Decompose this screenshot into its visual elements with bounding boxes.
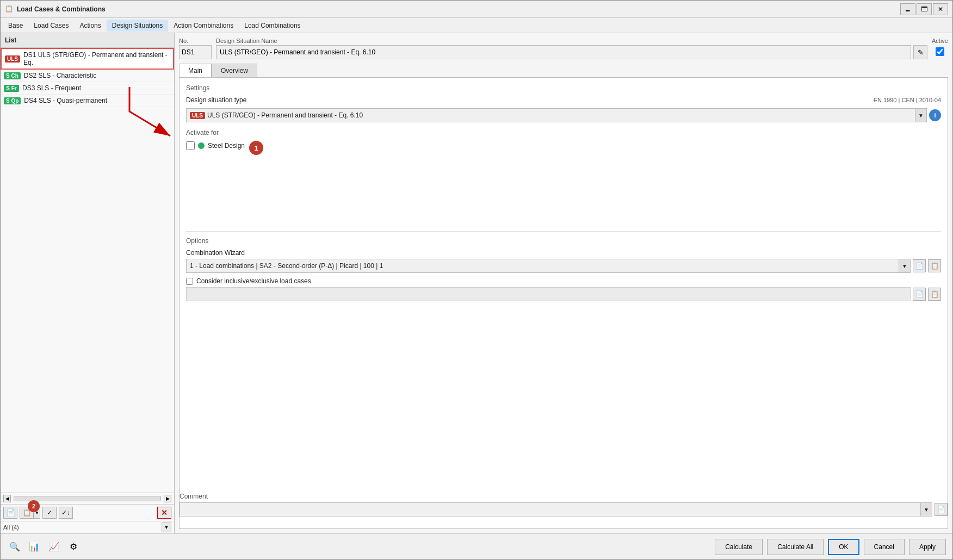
left-toolbar: 📄 📋 ▼ 2 ✓ ✓↓ ✕ bbox=[1, 504, 174, 521]
bottom-icons: 🔍 📊 📈 ⚙ bbox=[7, 539, 710, 555]
comment-title: Comment bbox=[180, 493, 948, 500]
tabs: Main Overview bbox=[179, 64, 948, 77]
design-type-chevron[interactable]: ▼ bbox=[915, 108, 927, 122]
menu-actions[interactable]: Actions bbox=[74, 20, 106, 32]
app-icon: 📋 bbox=[5, 5, 14, 14]
title-bar: 📋 Load Cases & Combinations 🗕 🗖 ✕ bbox=[1, 1, 952, 18]
sfr-badge: S Fr bbox=[4, 85, 19, 92]
design-situation-type-row: Design situation type EN 1990 | CEN | 20… bbox=[186, 96, 941, 104]
close-button[interactable]: ✕ bbox=[933, 3, 948, 15]
design-type-value: ULS (STR/GEO) - Permanent and transient … bbox=[207, 111, 363, 119]
comment-section: Comment ▼ 📄 bbox=[180, 493, 948, 517]
bottom-bar: 🔍 📊 📈 ⚙ Calculate Calculate All OK Cance… bbox=[1, 533, 952, 559]
steel-design-activate: Steel Design bbox=[186, 141, 245, 150]
green-dot-icon bbox=[198, 142, 205, 149]
annotation-badge-1: 1 bbox=[249, 141, 263, 155]
menu-action-combinations[interactable]: Action Combinations bbox=[168, 20, 239, 32]
ok-button[interactable]: OK bbox=[828, 539, 859, 555]
sqp-badge: S Qp bbox=[4, 97, 21, 104]
design-type-dropdown-row: ULS ULS (STR/GEO) - Permanent and transi… bbox=[186, 108, 941, 122]
activate-for-title: Activate for bbox=[186, 129, 941, 136]
check-button[interactable]: ✓ bbox=[42, 507, 57, 519]
combination-wizard-chevron[interactable]: ▼ bbox=[899, 259, 911, 273]
left-panel-scroll: ◀ ▶ bbox=[1, 493, 174, 504]
menu-bar: Base Load Cases Actions Design Situation… bbox=[1, 18, 952, 33]
list-item[interactable]: S Qp DS4 SLS - Quasi-permanent bbox=[1, 95, 174, 107]
inclusive-exclusive-combo-row: 📄 📋 bbox=[186, 287, 941, 301]
comment-text[interactable] bbox=[180, 502, 920, 517]
uls-tag: ULS bbox=[190, 112, 205, 119]
list-item-text: DS3 SLS - Frequent bbox=[22, 84, 81, 92]
combination-wizard-text[interactable]: 1 - Load combinations | SA2 - Second-ord… bbox=[186, 259, 899, 273]
settings-section: Settings Design situation type EN 1990 |… bbox=[186, 84, 941, 155]
info-button[interactable]: i bbox=[929, 109, 941, 121]
menu-load-combinations[interactable]: Load Combinations bbox=[239, 20, 306, 32]
design-situation-type-label: Design situation type bbox=[186, 96, 869, 104]
name-input[interactable] bbox=[216, 45, 911, 59]
check2-button[interactable]: ✓↓ bbox=[59, 507, 73, 519]
active-checkbox[interactable] bbox=[936, 47, 944, 56]
steel-design-label: Steel Design bbox=[208, 142, 245, 150]
active-label: Active bbox=[932, 38, 948, 44]
sch-badge: S Ch bbox=[4, 72, 21, 79]
list-item[interactable]: S Fr DS3 SLS - Frequent bbox=[1, 82, 174, 95]
no-input[interactable] bbox=[179, 45, 212, 59]
name-input-row: ✎ bbox=[216, 45, 927, 59]
menu-load-cases[interactable]: Load Cases bbox=[28, 20, 74, 32]
list-item[interactable]: S Ch DS2 SLS - Characteristic bbox=[1, 70, 174, 82]
delete-button[interactable]: ✕ bbox=[157, 507, 171, 519]
minimize-button[interactable]: 🗕 bbox=[900, 3, 915, 15]
inclusive-copy-button[interactable]: 📋 bbox=[928, 288, 941, 301]
annotation-badge-2: 2 bbox=[28, 500, 40, 512]
calculate-all-button[interactable]: Calculate All bbox=[767, 539, 824, 555]
combo-edit-button-1[interactable]: 📄 bbox=[913, 259, 926, 272]
list-area: ULS DS1 ULS (STR/GEO) - Permanent and tr… bbox=[1, 48, 174, 493]
name-group: Design Situation Name ✎ bbox=[216, 38, 927, 59]
edit-name-button[interactable]: ✎ bbox=[913, 45, 927, 59]
list-item-text: DS2 SLS - Characteristic bbox=[24, 72, 96, 79]
combination-wizard-value: 1 - Load combinations | SA2 - Second-ord… bbox=[190, 262, 383, 270]
design-type-combo-text[interactable]: ULS ULS (STR/GEO) - Permanent and transi… bbox=[186, 108, 915, 122]
inclusive-combo bbox=[186, 287, 911, 301]
filter-dropdown-button[interactable]: ▼ bbox=[162, 522, 171, 532]
right-panel: No. Design Situation Name ✎ Active M bbox=[175, 33, 952, 533]
maximize-button[interactable]: 🗖 bbox=[917, 3, 932, 15]
menu-design-situations[interactable]: Design Situations bbox=[107, 20, 168, 32]
search-bottom-button[interactable]: 🔍 bbox=[7, 539, 22, 555]
tab-overview[interactable]: Overview bbox=[212, 64, 257, 77]
inclusive-exclusive-checkbox[interactable] bbox=[186, 278, 193, 285]
scroll-left-button[interactable]: ◀ bbox=[3, 495, 11, 502]
divider-1 bbox=[186, 231, 941, 232]
apply-button[interactable]: Apply bbox=[909, 539, 946, 555]
combo-copy-button-1[interactable]: 📋 bbox=[928, 259, 941, 272]
no-label: No. bbox=[179, 38, 212, 44]
options-title: Options bbox=[186, 237, 941, 245]
inclusive-exclusive-row: Consider inclusive/exclusive load cases bbox=[186, 277, 941, 285]
all-count-label: All (4) bbox=[3, 524, 162, 531]
tab-main[interactable]: Main bbox=[179, 64, 212, 77]
settings-title: Settings bbox=[186, 84, 941, 92]
list-item[interactable]: ULS DS1 ULS (STR/GEO) - Permanent and tr… bbox=[1, 48, 174, 70]
comment-row: ▼ 📄 bbox=[180, 502, 948, 517]
combination-wizard-label-text: Combination Wizard bbox=[186, 249, 941, 257]
table-bottom-button[interactable]: 📊 bbox=[27, 539, 42, 555]
comment-chevron[interactable]: ▼ bbox=[920, 502, 932, 517]
inclusive-edit-button[interactable]: 📄 bbox=[913, 288, 926, 301]
design-type-combo: ULS ULS (STR/GEO) - Permanent and transi… bbox=[186, 108, 927, 122]
window-controls: 🗕 🗖 ✕ bbox=[900, 3, 948, 15]
options-section: Options Combination Wizard 1 - Load comb… bbox=[186, 237, 941, 301]
list-header: List bbox=[1, 33, 174, 48]
calculate-button[interactable]: Calculate bbox=[715, 539, 763, 555]
cancel-button[interactable]: Cancel bbox=[864, 539, 905, 555]
comment-edit-button[interactable]: 📄 bbox=[935, 503, 948, 516]
combination-wizard-combo: 1 - Load combinations | SA2 - Second-ord… bbox=[186, 259, 911, 273]
all-filter-row: All (4) ▼ bbox=[1, 521, 174, 533]
new-item-button[interactable]: 📄 bbox=[3, 507, 17, 519]
diagram-bottom-button[interactable]: 📈 bbox=[46, 539, 61, 555]
steel-design-checkbox[interactable] bbox=[186, 141, 195, 150]
settings-bottom-button[interactable]: ⚙ bbox=[66, 539, 81, 555]
scroll-right-button[interactable]: ▶ bbox=[164, 495, 171, 502]
uls-badge: ULS bbox=[5, 55, 20, 63]
menu-base[interactable]: Base bbox=[3, 20, 28, 32]
tab-content-main: Settings Design situation type EN 1990 |… bbox=[179, 77, 948, 529]
